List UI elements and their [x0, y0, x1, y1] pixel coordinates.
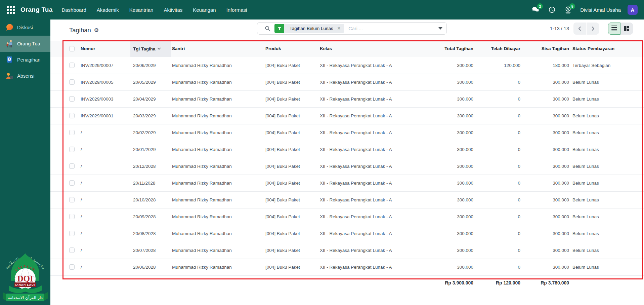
table-row[interactable]: INV/2029/00007 20/06/2029 Muhammad Rizky… [50, 57, 644, 74]
cell-nomor: INV/2029/00001 [77, 107, 130, 124]
cell-telah-dibayar: 0 [475, 208, 522, 225]
cell-santri: Muhammad Rizky Ramadhan [171, 141, 262, 158]
table-row[interactable]: INV/2029/00001 20/03/2029 Muhammad Rizky… [50, 107, 644, 124]
control-panel: Tagihan ⚙ Tagihan Belum Lunas ✕ Cari ... [50, 20, 644, 41]
cell-sisa-tagihan: 180.000 [522, 57, 570, 74]
menu-aktivitas[interactable]: Aktivitas [163, 6, 183, 14]
search-icon [265, 26, 270, 31]
menu-akademik[interactable]: Akademik [96, 6, 120, 14]
cell-nomor: / [77, 242, 130, 259]
row-checkbox[interactable] [69, 197, 75, 202]
table-row[interactable]: / 20/07/2028 Muhammad Rizky Ramadhan [00… [50, 242, 644, 259]
cell-tgl-tagihan: 20/10/2028 [130, 191, 171, 208]
table-row[interactable]: INV/2029/00005 20/05/2029 Muhammad Rizky… [50, 74, 644, 90]
menu-keuangan[interactable]: Keuangan [192, 6, 216, 14]
table-row[interactable]: / 20/09/2028 Muhammad Rizky Ramadhan [00… [50, 208, 644, 225]
cell-kelas: XII - Rekayasa Perangkat Lunak - A [317, 141, 423, 158]
sidebar-item-absensi[interactable]: Absensi [0, 68, 50, 84]
row-checkbox[interactable] [69, 130, 75, 135]
cell-total-tagihan: 300.000 [423, 124, 475, 141]
apps-menu-icon[interactable] [7, 6, 15, 14]
select-all-checkbox[interactable] [69, 46, 75, 51]
sidebar-item-orang-tua[interactable]: Orang Tua [0, 36, 50, 52]
cell-status-pembayaran: Belum Lunas [570, 158, 644, 175]
billing-activities-button[interactable]: $ 5 [563, 5, 573, 15]
cell-kelas: XII - Rekayasa Perangkat Lunak - A [317, 259, 423, 275]
header-total-tagihan[interactable]: Total Tagihan [423, 41, 475, 57]
avatar[interactable]: A [628, 5, 638, 15]
messages-button[interactable]: 2 [531, 5, 541, 15]
telah-dibayar-sum: Rp 120.000 [475, 275, 522, 291]
activity-clock-button[interactable] [547, 5, 557, 15]
menu-kesantrian[interactable]: Kesantrian [129, 6, 154, 14]
table-row[interactable]: / 20/12/2028 Muhammad Rizky Ramadhan [00… [50, 158, 644, 175]
search-options-toggle[interactable] [434, 23, 446, 34]
cell-produk: [004] Buku Paket [262, 191, 317, 208]
cell-status-pembayaran: Belum Lunas [570, 107, 644, 124]
header-kelas[interactable]: Kelas [317, 41, 423, 57]
app-title[interactable]: Orang Tua [20, 6, 52, 13]
row-checkbox[interactable] [69, 63, 75, 68]
clock-icon [548, 6, 556, 14]
table-row[interactable]: / 20/02/2029 Muhammad Rizky Ramadhan [00… [50, 124, 644, 141]
row-checkbox[interactable] [69, 214, 75, 219]
cell-sisa-tagihan: 300.000 [522, 242, 570, 259]
sidebar-item-diskusi[interactable]: Diskusi [0, 20, 50, 36]
table-row[interactable]: / 20/01/2029 Muhammad Rizky Ramadhan [00… [50, 141, 644, 158]
kanban-view-button[interactable] [620, 23, 633, 35]
table-row[interactable]: / 20/10/2028 Muhammad Rizky Ramadhan [00… [50, 191, 644, 208]
sisa-tagihan-sum: Rp 3.780.000 [522, 275, 570, 291]
header-produk[interactable]: Produk [262, 41, 317, 57]
pager-next-button[interactable] [587, 23, 599, 35]
table-row[interactable]: INV/2029/00003 20/04/2029 Muhammad Rizky… [50, 90, 644, 107]
cell-produk: [004] Buku Paket [262, 158, 317, 175]
row-checkbox[interactable] [69, 96, 75, 102]
row-checkbox-cell [50, 158, 77, 175]
header-status-pembayaran[interactable]: Status Pembayaran [570, 41, 644, 57]
sidebar-item-label: Diskusi [17, 25, 33, 30]
menu-informasi[interactable]: Informasi [226, 6, 248, 14]
search-input[interactable]: Cari ... [348, 26, 434, 31]
header-telah-dibayar[interactable]: Telah Dibayar [475, 41, 522, 57]
row-checkbox-cell [50, 208, 77, 225]
header-santri[interactable]: Santri [171, 41, 262, 57]
row-checkbox[interactable] [69, 163, 75, 169]
search-bar[interactable]: Tagihan Belum Lunas ✕ Cari ... [257, 22, 447, 35]
row-checkbox-cell [50, 57, 77, 74]
table-row[interactable]: / 20/08/2028 Muhammad Rizky Ramadhan [00… [50, 225, 644, 242]
pager-previous-button[interactable] [573, 23, 586, 35]
discuss-icon [5, 23, 14, 32]
table-row[interactable]: / 20/06/2028 Muhammad Rizky Ramadhan [00… [50, 259, 644, 275]
list-view-button[interactable] [608, 23, 620, 35]
menu-dashboard[interactable]: Dashboard [61, 6, 87, 14]
table-header-row: Nomor Tgl Tagiha Santri Produk Kelas Tot… [50, 41, 644, 57]
header-nomor[interactable]: Nomor [77, 41, 130, 57]
sort-desc-icon [157, 46, 161, 51]
row-checkbox[interactable] [69, 113, 75, 118]
cell-kelas: XII - Rekayasa Perangkat Lunak - A [317, 57, 423, 74]
row-checkbox[interactable] [69, 231, 75, 236]
row-checkbox-cell [50, 259, 77, 275]
row-checkbox[interactable] [69, 180, 75, 186]
cell-santri: Muhammad Rizky Ramadhan [171, 208, 262, 225]
header-sisa-tagihan[interactable]: Sisa Tagihan [522, 41, 570, 57]
row-checkbox[interactable] [69, 147, 75, 152]
search-facet: Tagihan Belum Lunas ✕ [274, 24, 344, 33]
row-checkbox-cell [50, 124, 77, 141]
pager-range: 1-13 / 13 [550, 26, 569, 31]
cell-sisa-tagihan: 300.000 [522, 175, 570, 191]
gear-icon[interactable]: ⚙ [94, 28, 99, 33]
facet-remove-icon[interactable]: ✕ [337, 26, 344, 31]
cell-telah-dibayar: 0 [475, 225, 522, 242]
table-row[interactable]: / 20/11/2028 Muhammad Rizky Ramadhan [00… [50, 175, 644, 191]
row-checkbox[interactable] [69, 79, 75, 85]
row-checkbox[interactable] [69, 264, 75, 270]
cell-nomor: / [77, 225, 130, 242]
user-menu[interactable]: Divisi Amal Usaha [580, 7, 621, 13]
cell-total-tagihan: 300.000 [423, 191, 475, 208]
cell-tgl-tagihan: 20/06/2029 [130, 57, 171, 74]
sidebar-item-penagihan[interactable]: $ Penagihan [0, 52, 50, 68]
row-checkbox[interactable] [69, 247, 75, 253]
header-tgl-tagihan[interactable]: Tgl Tagiha [130, 41, 171, 57]
cell-nomor: INV/2029/00007 [77, 57, 130, 74]
